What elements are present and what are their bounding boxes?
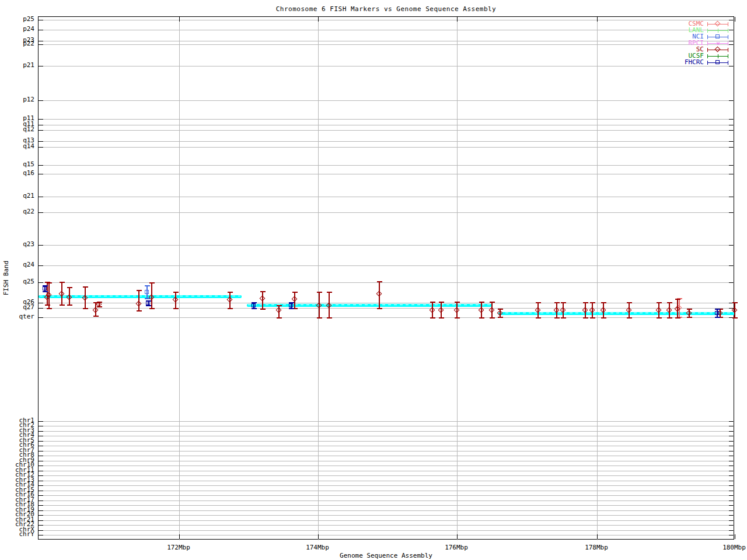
ytick-left-chr2	[39, 426, 43, 426]
fish-band-label-qter: qter	[19, 313, 35, 320]
datapoint-sc-18-cap-bottom	[430, 317, 435, 318]
ytick-right-q13	[729, 141, 734, 142]
legend-cap-right	[728, 22, 728, 26]
datapoint-sc-25-marker-dot	[557, 310, 557, 311]
datapoint-sc-13-marker-dot	[279, 310, 280, 311]
datapoint-fhcrc-3-cap-bottom	[252, 308, 257, 309]
x-axis-tick-180Mbp: 180Mbp	[714, 544, 747, 551]
assembly-segment-3	[498, 312, 735, 315]
gridline-chr13	[39, 481, 735, 481]
datapoint-sc-21-cap-bottom	[479, 317, 484, 318]
datapoint-sc-13-cap-bottom	[277, 317, 282, 318]
gridline-chrY	[39, 535, 735, 536]
xtick-bottom-176Mbp	[457, 534, 458, 539]
assembly-segment-2	[247, 304, 492, 307]
ytick-left-q15	[39, 165, 43, 166]
datapoint-sc-20-cap-top	[455, 302, 460, 303]
ytick-right-chrY	[729, 535, 734, 536]
datapoint-sc-29-cap-bottom	[601, 317, 606, 318]
ytick-left-chr21	[39, 520, 43, 521]
ytick-left-chr19	[39, 510, 43, 511]
ytick-left-chr5	[39, 441, 43, 442]
datapoint-sc-27-cap-bottom	[583, 317, 588, 318]
ytick-left-chr13	[39, 481, 43, 481]
gridline-176Mbp	[457, 17, 458, 540]
gridline-p25	[39, 20, 735, 20]
ytick-right-p25	[729, 20, 734, 20]
gridline-chr5	[39, 441, 735, 442]
datapoint-sc-36-cap-top	[732, 302, 738, 303]
datapoint-sc-2-marker-dot	[49, 295, 50, 296]
chart-title: Chromosome 6 FISH Markers vs Genome Sequ…	[38, 5, 734, 13]
ytick-right-chr7	[729, 451, 734, 452]
datapoint-sc-27-cap-top	[583, 302, 588, 303]
datapoint-sc-1-marker-dot	[47, 298, 48, 298]
datapoint-sc-23-cap-bottom	[498, 317, 503, 318]
ytick-right-chr10	[729, 466, 734, 466]
ytick-right-chrX	[729, 530, 734, 531]
datapoint-sc-12-marker-dot	[263, 299, 263, 299]
datapoint-sc-11-cap-top	[228, 292, 233, 293]
fish-band-label-q21: q21	[23, 192, 34, 199]
ytick-right-p24	[729, 30, 734, 30]
gridline-chr9	[39, 461, 735, 461]
ytick-left-chr20	[39, 515, 43, 516]
gridline-chr4	[39, 436, 735, 436]
ytick-left-q14	[39, 147, 43, 148]
datapoint-fhcrc-4-cap-bottom	[289, 308, 294, 309]
datapoint-sc-35-marker-dot	[720, 313, 721, 314]
gridline-chr1	[39, 421, 735, 422]
ytick-left-q11	[39, 125, 43, 125]
gridline-chr17	[39, 501, 735, 501]
datapoint-sc-3-cap-top	[60, 282, 65, 283]
datapoint-sc-34-cap-top	[687, 309, 692, 310]
datapoint-sc-8-marker-dot	[139, 304, 139, 304]
ytick-right-q22	[729, 212, 734, 213]
gridline-178Mbp	[597, 17, 598, 540]
ytick-right-q15	[729, 165, 734, 166]
gridline-chr21	[39, 520, 735, 521]
datapoint-sc-13-cap-top	[277, 305, 282, 306]
gridline-chr20	[39, 515, 735, 516]
gridline-q15	[39, 165, 735, 166]
ytick-right-chr11	[729, 471, 734, 471]
plot-area	[38, 16, 734, 540]
xtick-top-174Mbp	[318, 17, 319, 22]
ytick-left-chrX	[39, 530, 43, 531]
datapoint-nci-1-cap-top	[145, 285, 150, 286]
y-axis-title: FISH Band	[2, 255, 10, 302]
datapoint-sc-34-cap-bottom	[687, 317, 692, 318]
ytick-left-p23	[39, 41, 43, 41]
datapoint-sc-4-marker-dot	[69, 298, 70, 298]
ytick-right-p22	[729, 44, 734, 45]
gridline-chrX	[39, 530, 735, 531]
gridline-chr3	[39, 431, 735, 432]
datapoint-sc-3-marker-dot	[62, 294, 62, 295]
legend-marker-csmc-dot	[718, 24, 718, 24]
gridline-chr12	[39, 475, 735, 476]
gridline-chr7	[39, 451, 735, 452]
datapoint-sc-16-cap-bottom	[327, 317, 332, 318]
fish-band-label-q23: q23	[23, 241, 34, 247]
datapoint-sc-30-cap-bottom	[627, 317, 632, 318]
legend-cap-right	[728, 41, 728, 46]
datapoint-sc-30-cap-top	[627, 302, 632, 303]
fish-band-label-q16: q16	[23, 170, 34, 176]
chrom-label-chrY: chrY	[19, 531, 35, 537]
legend-cap-right	[728, 48, 728, 52]
assembly-segment-dashes	[248, 304, 491, 305]
datapoint-sc-2-cap-top	[47, 282, 52, 284]
legend-sample-lanl	[707, 27, 728, 34]
gridline-q23	[39, 245, 735, 246]
gridline-q22	[39, 212, 735, 213]
ytick-left-p24	[39, 30, 43, 30]
datapoint-sc-29-marker-dot	[603, 310, 604, 311]
datapoint-sc-8-cap-bottom	[137, 310, 142, 312]
ytick-right-p21	[729, 66, 734, 66]
ytick-left-q23	[39, 245, 43, 246]
ytick-right-chr5	[729, 441, 734, 442]
legend-cap-left	[707, 29, 708, 33]
ytick-left-chr22	[39, 525, 43, 526]
datapoint-sc-3-cap-bottom	[60, 304, 65, 306]
datapoint-sc-7-marker-dot	[99, 304, 100, 305]
